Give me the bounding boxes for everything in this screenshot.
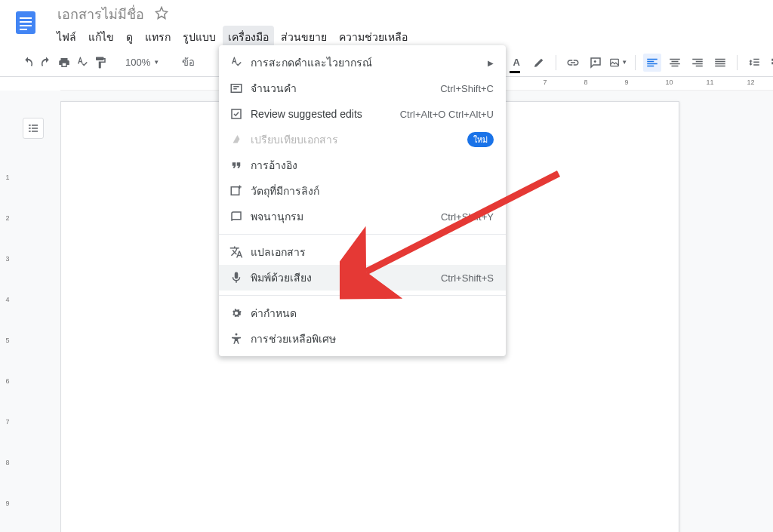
ruler-tick: 5	[0, 337, 15, 377]
menu-item-label: การสะกดคำและไวยากรณ์	[251, 54, 488, 71]
menu-item-label: พจนานุกรม	[251, 208, 441, 225]
spellcheck-icon	[229, 56, 251, 69]
print-button[interactable]	[57, 54, 71, 72]
ruler-tick: 7	[0, 418, 15, 459]
menu-divider	[219, 295, 506, 296]
svg-rect-8	[231, 187, 239, 195]
align-left-button[interactable]	[643, 54, 661, 72]
ruler-tick: 8	[584, 78, 585, 86]
insert-link-button[interactable]	[564, 54, 582, 72]
text-color-button[interactable]: A	[507, 54, 525, 72]
separator	[737, 55, 738, 70]
svg-rect-2	[20, 21, 32, 23]
menu-item-shortcut: Ctrl+Shift+Y	[441, 211, 494, 223]
spellcheck-button[interactable]	[75, 54, 89, 72]
linked-objects-icon	[229, 184, 251, 198]
menu-item-preferences[interactable]: ค่ากำหนด	[219, 300, 506, 326]
ruler-tick: 9	[625, 78, 626, 86]
ruler-tick: 1	[0, 174, 15, 214]
menu-item-shortcut: Ctrl+Shift+S	[441, 272, 494, 284]
mic-icon	[229, 271, 251, 284]
menu-item-label: จำนวนคำ	[251, 80, 440, 97]
menu-item-label: การอ้างอิง	[251, 157, 494, 174]
menu-item-review-suggested[interactable]: Review suggested edits Ctrl+Alt+O Ctrl+A…	[219, 101, 506, 127]
style-value: ข้อ	[182, 54, 195, 70]
highlight-color-button[interactable]	[530, 54, 548, 72]
submenu-arrow-icon: ▶	[488, 59, 494, 67]
gear-icon	[229, 306, 251, 320]
menu-item-label: การช่วยเหลือพิเศษ	[251, 331, 494, 347]
dictionary-icon	[229, 210, 251, 223]
dropdown-icon: ▼	[621, 59, 627, 66]
menu-format[interactable]: รูปแบบ	[177, 26, 221, 48]
menu-item-accessibility[interactable]: การช่วยเหลือพิเศษ	[219, 326, 506, 352]
svg-rect-7	[232, 109, 241, 118]
left-gutter: 1 2 3 4 5 6 7 8 9 10 11	[0, 91, 60, 532]
zoom-value: 100%	[125, 57, 150, 68]
ruler-tick: 9	[0, 500, 15, 532]
svg-point-9	[236, 334, 238, 336]
separator	[556, 55, 556, 70]
ruler-tick: 6	[0, 377, 15, 418]
redo-button[interactable]	[39, 54, 53, 72]
ruler-tick: 10	[666, 78, 667, 86]
svg-rect-3	[20, 25, 32, 26]
docs-logo[interactable]	[11, 8, 41, 38]
menu-item-voice-typing[interactable]: พิมพ์ด้วยเสียง Ctrl+Shift+S	[219, 265, 506, 291]
menu-item-shortcut: Ctrl+Shift+C	[440, 83, 494, 94]
menu-item-label: เปรียบเทียบเอกสาร	[251, 131, 467, 148]
menu-item-label: แปลเอกสาร	[251, 244, 494, 260]
text-color-underline	[510, 71, 520, 73]
document-title-input[interactable]: เอกสารไม่มีชื่อ	[57, 6, 144, 23]
menu-insert[interactable]: แทรก	[140, 26, 176, 48]
insert-image-button[interactable]: ▼	[609, 54, 627, 72]
quote-icon	[229, 158, 251, 172]
menu-item-label: ค่ากำหนด	[251, 305, 494, 321]
menu-item-citations[interactable]: การอ้างอิง	[219, 152, 506, 178]
vertical-ruler[interactable]: 1 2 3 4 5 6 7 8 9 10 11	[0, 174, 15, 532]
align-right-button[interactable]	[688, 54, 707, 72]
translate-icon	[229, 245, 251, 259]
menu-item-label: Review suggested edits	[251, 108, 400, 120]
tools-menu: การสะกดคำและไวยากรณ์ ▶ จำนวนคำ Ctrl+Shif…	[219, 45, 506, 356]
outline-toggle-button[interactable]	[23, 118, 44, 139]
new-badge: ใหม่	[467, 132, 494, 147]
menu-item-wordcount[interactable]: จำนวนคำ Ctrl+Shift+C	[219, 75, 506, 101]
wordcount-icon	[229, 81, 251, 95]
paint-format-button[interactable]	[94, 54, 107, 72]
review-icon	[229, 107, 251, 121]
line-spacing-button[interactable]	[745, 54, 763, 72]
align-justify-button[interactable]	[711, 54, 729, 72]
menu-item-spelling[interactable]: การสะกดคำและไวยากรณ์ ▶	[219, 50, 506, 75]
ruler-tick: 11	[707, 78, 707, 86]
style-select[interactable]: ข้อ	[177, 54, 199, 72]
star-icon[interactable]	[155, 6, 168, 23]
insert-comment-button[interactable]	[587, 54, 605, 72]
menu-item-translate[interactable]: แปลเอกสาร	[219, 239, 506, 265]
undo-button[interactable]	[21, 54, 35, 72]
menu-edit[interactable]: แก้ไข	[83, 26, 119, 48]
menu-item-label: พิมพ์ด้วยเสียง	[251, 269, 441, 286]
separator	[635, 55, 636, 70]
ruler-tick: 3	[0, 255, 15, 296]
menu-file[interactable]: ไฟล์	[51, 26, 82, 48]
menu-item-label: วัตถุที่มีการลิงก์	[251, 183, 494, 199]
dropdown-icon: ▼	[153, 59, 159, 66]
menu-divider	[219, 234, 506, 235]
ruler-tick: 7	[544, 78, 544, 86]
compare-icon	[229, 133, 251, 146]
menu-item-shortcut: Ctrl+Alt+O Ctrl+Alt+U	[400, 109, 494, 120]
svg-rect-1	[20, 17, 32, 19]
ruler-tick: 4	[0, 296, 15, 337]
ruler-tick: 8	[0, 459, 15, 500]
svg-rect-4	[20, 29, 27, 30]
zoom-select[interactable]: 100%▼	[122, 57, 162, 68]
checklist-button[interactable]	[768, 54, 773, 72]
ruler-tick: 2	[0, 214, 15, 255]
align-center-button[interactable]	[666, 54, 684, 72]
menu-item-linked-objects[interactable]: วัตถุที่มีการลิงก์	[219, 178, 506, 204]
accessibility-icon	[229, 332, 251, 346]
menu-item-dictionary[interactable]: พจนานุกรม Ctrl+Shift+Y	[219, 204, 506, 229]
ruler-tick: 12	[747, 78, 748, 86]
menu-view[interactable]: ดู	[121, 26, 138, 48]
